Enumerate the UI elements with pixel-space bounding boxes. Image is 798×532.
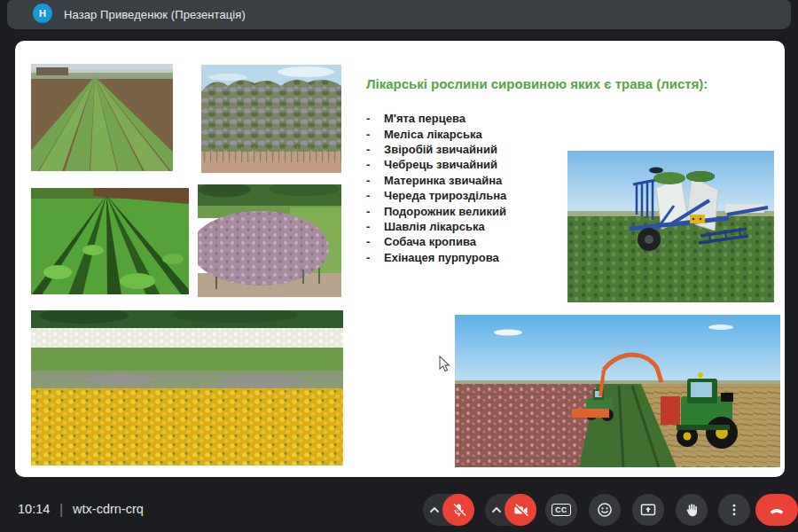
chevron-up-icon[interactable] bbox=[427, 503, 442, 517]
chevron-up-icon[interactable] bbox=[489, 503, 504, 517]
crop-rows-field-photo bbox=[31, 64, 173, 171]
clock-time: 10:14 bbox=[18, 502, 50, 516]
meeting-info: 10:14 | wtx-cdrn-crq bbox=[18, 502, 144, 516]
slide-heading: Лікарські рослини сировиною яких є трава… bbox=[366, 76, 774, 91]
presenter-tile-bar: H Назар Приведенюк (Презентація) bbox=[7, 0, 791, 29]
more-options-icon bbox=[726, 502, 742, 518]
end-call-icon bbox=[767, 500, 786, 520]
mic-button-group bbox=[423, 494, 474, 526]
mouse-cursor bbox=[439, 356, 450, 372]
flowering-herb-stand-photo bbox=[201, 65, 341, 173]
present-screen-button[interactable] bbox=[632, 494, 664, 526]
mic-off-icon bbox=[450, 502, 467, 519]
present-screen-icon bbox=[639, 501, 657, 519]
camera-off-button[interactable] bbox=[505, 494, 536, 526]
meet-window: H Назар Приведенюк (Презентація) bbox=[0, 0, 798, 532]
list-item: -Собача кропива bbox=[366, 234, 506, 249]
call-controls: CC bbox=[423, 494, 798, 526]
end-call-button[interactable] bbox=[755, 494, 798, 526]
divider: | bbox=[59, 500, 63, 517]
list-item: -Ехінацея пурпурова bbox=[366, 250, 506, 265]
list-item: -Череда трироздільна bbox=[366, 188, 506, 203]
camera-button-group bbox=[485, 494, 536, 526]
purple-flower-mound-photo bbox=[198, 184, 341, 297]
smiley-icon bbox=[596, 501, 614, 519]
list-item: -Чебрець звичайний bbox=[366, 157, 506, 172]
captions-button[interactable]: CC bbox=[545, 494, 577, 526]
list-item: -Подорожник великий bbox=[366, 203, 506, 218]
blue-harvester-machine-photo bbox=[567, 151, 774, 302]
list-item: -Меліса лікарська bbox=[366, 126, 506, 141]
presenter-name-label: Назар Приведенюк (Презентація) bbox=[64, 8, 246, 21]
more-options-button[interactable] bbox=[718, 494, 750, 526]
tractor-harvest-photo bbox=[455, 315, 780, 467]
list-item: -Звіробій звичайний bbox=[366, 142, 506, 157]
green-row-crop-photo bbox=[31, 188, 189, 294]
plant-list: -М'ята перцева -Меліса лікарська -Звіроб… bbox=[366, 111, 506, 265]
camera-off-icon bbox=[512, 502, 529, 519]
captions-icon: CC bbox=[552, 504, 570, 517]
list-item: -М'ята перцева bbox=[366, 111, 506, 126]
list-item: -Материнка звичайна bbox=[366, 173, 506, 188]
avatar: H bbox=[33, 4, 52, 23]
presentation-slide: Лікарські рослини сировиною яких є трава… bbox=[15, 41, 785, 477]
mic-off-button[interactable] bbox=[442, 494, 474, 526]
list-item: -Шавлія лікарська bbox=[366, 219, 506, 234]
yellow-flower-field-photo bbox=[31, 310, 343, 466]
reactions-button[interactable] bbox=[589, 494, 621, 526]
meeting-code: wtx-cdrn-crq bbox=[73, 502, 144, 516]
raise-hand-button[interactable] bbox=[676, 494, 708, 526]
raise-hand-icon bbox=[684, 502, 700, 519]
